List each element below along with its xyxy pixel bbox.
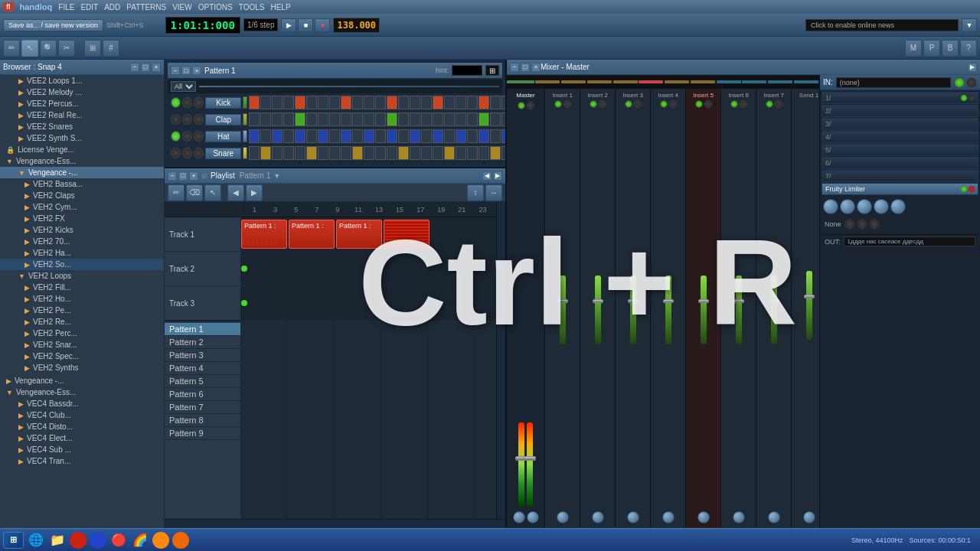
menu-file[interactable]: FILE (58, 3, 74, 11)
step-btn[interactable] (329, 112, 340, 126)
snare-mute[interactable] (182, 148, 192, 158)
step-btn[interactable] (501, 96, 505, 109)
taskbar-icon-ie[interactable]: 🌐 (27, 531, 45, 549)
step-btn[interactable] (272, 96, 283, 109)
kick-mute[interactable] (182, 97, 192, 108)
step-btn[interactable] (421, 146, 432, 160)
empty-tracks[interactable] (241, 321, 496, 519)
list-item[interactable]: ▶ VEE2 Percus... (0, 98, 164, 109)
step-btn[interactable] (318, 96, 328, 109)
news-ticker[interactable]: Click to enable online news (805, 19, 959, 31)
in2-fader[interactable] (595, 276, 601, 344)
step-btn[interactable] (249, 129, 260, 143)
step-btn[interactable] (467, 146, 478, 160)
step-btn[interactable] (433, 129, 443, 143)
fruity-limiter[interactable]: Fruity Limiter (822, 183, 978, 195)
master-active[interactable] (518, 102, 525, 109)
list-item[interactable]: ▶ VEH2 Cym... (0, 201, 164, 213)
fx-slot-3[interactable]: 3/ (822, 118, 978, 130)
list-item[interactable]: ▶ VEC4 Club... (0, 409, 164, 421)
list-item[interactable]: ▶ VEH2 Synths (0, 362, 164, 373)
step-btn[interactable] (341, 146, 351, 160)
clap-solo[interactable] (194, 114, 204, 125)
send1-fader[interactable] (806, 271, 812, 340)
in4-mute[interactable] (669, 100, 677, 108)
plugin-btn[interactable]: ? (960, 40, 977, 57)
pattern-item-1[interactable]: Pattern 1 (165, 323, 240, 336)
step-btn[interactable] (295, 129, 305, 143)
tool-delete[interactable]: ✂ (58, 40, 75, 57)
in6-fader[interactable] (736, 276, 742, 344)
list-item[interactable]: ▶ VEE2 Snares (0, 121, 164, 132)
fl-on[interactable] (961, 186, 967, 192)
step-btn[interactable] (479, 112, 489, 126)
master-eq-r[interactable] (527, 511, 539, 523)
seq-close[interactable]: × (192, 66, 201, 75)
playlist-close[interactable]: × (189, 171, 198, 181)
list-item[interactable]: ▼ Vengeance-Ess... (0, 155, 164, 167)
taskbar-icon-chrome[interactable]: 🌈 (131, 531, 149, 549)
step-btn[interactable] (260, 129, 271, 143)
fx-slot-4[interactable]: 4/ (822, 131, 978, 143)
tool-grid[interactable]: # (103, 40, 119, 57)
step-btn[interactable] (260, 112, 271, 126)
playlist-scroll-left[interactable]: ◀ (482, 171, 492, 181)
step-btn[interactable] (283, 129, 294, 143)
pattern-item-3[interactable]: Pattern 3 (165, 349, 240, 362)
list-item[interactable]: ▶ VEE2 Synth S... (0, 132, 164, 144)
none-btn-2[interactable] (857, 219, 867, 230)
tool-draw[interactable]: ✏ (3, 40, 20, 57)
step-btn[interactable] (283, 112, 294, 126)
step-btn[interactable] (433, 96, 443, 109)
step-btn[interactable] (306, 146, 317, 160)
in5-eq[interactable] (697, 511, 710, 523)
step-btn[interactable] (410, 96, 420, 109)
clap-label[interactable]: Clap (205, 114, 241, 126)
seq-max[interactable]: □ (181, 66, 191, 75)
step-btn[interactable] (364, 96, 374, 109)
in3-fader[interactable] (630, 276, 636, 344)
step-btn[interactable] (375, 129, 386, 143)
step-btn[interactable] (375, 146, 386, 160)
menu-options[interactable]: OPTIONS (198, 3, 233, 11)
list-item[interactable]: ▶ VEH2 Pe... (0, 305, 164, 316)
list-item[interactable]: ▶ VEC4 Bassdr... (0, 398, 164, 409)
playlist-scrollbar-h[interactable] (165, 519, 505, 528)
tool-snap[interactable]: ⊞ (84, 40, 101, 57)
in2-eq[interactable] (592, 511, 604, 523)
list-item[interactable]: ▶ VEH2 Ho... (0, 293, 164, 305)
pattern-item-2[interactable]: Pattern 2 (165, 336, 240, 349)
step-btn[interactable] (329, 96, 340, 109)
step-btn[interactable] (375, 112, 386, 126)
in7-fader[interactable] (771, 276, 777, 344)
step-btn[interactable] (249, 112, 260, 126)
step-btn[interactable] (295, 146, 305, 160)
in-mute[interactable] (966, 77, 977, 88)
mixer-close[interactable]: × (531, 63, 541, 72)
step-btn[interactable] (456, 112, 466, 126)
list-item[interactable]: ▶ VEC4 Disto... (0, 421, 164, 432)
in6-eq[interactable] (733, 511, 745, 523)
in4-active[interactable] (660, 100, 668, 108)
fx-knob-1[interactable] (823, 199, 838, 214)
snare-solo[interactable] (194, 148, 204, 158)
vengeance-item[interactable]: ▼ Vengeance -... (0, 167, 164, 178)
tool-zoom[interactable]: 🔍 (40, 40, 57, 57)
playlist-tool-select[interactable]: ↖ (204, 184, 221, 201)
mixer-max[interactable]: □ (521, 63, 530, 72)
playlist-nav-2[interactable]: ▶ (246, 184, 263, 201)
menu-help[interactable]: HELP (270, 3, 290, 11)
menu-add[interactable]: ADD (104, 3, 120, 11)
step-btn[interactable] (306, 129, 317, 143)
kick-fader[interactable] (243, 96, 247, 109)
menu-view[interactable]: VIEW (172, 3, 192, 11)
step-btn[interactable] (387, 146, 397, 160)
playlist-scroll-right[interactable]: ▶ (493, 171, 502, 181)
step-btn[interactable] (398, 129, 409, 143)
step-btn[interactable] (433, 112, 443, 126)
step-btn[interactable] (341, 129, 351, 143)
piano-btn[interactable]: P (923, 40, 940, 57)
fx-knob-2[interactable] (840, 199, 855, 214)
step-btn[interactable] (501, 129, 505, 143)
pattern-item-6[interactable]: Pattern 6 (165, 388, 240, 401)
